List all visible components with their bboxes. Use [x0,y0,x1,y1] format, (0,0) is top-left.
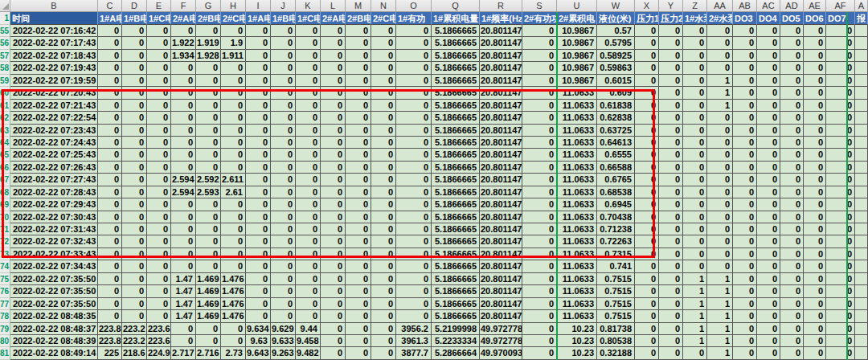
cell[interactable]: 0 [296,50,321,62]
cell[interactable]: 0 [733,37,757,49]
cell[interactable]: 0 [246,112,271,124]
cell[interactable]: 0 [757,186,780,198]
header-cell[interactable]: DO3 [733,12,757,25]
cell[interactable]: 0 [246,211,271,223]
cell[interactable]: 0 [171,211,196,223]
cell[interactable]: 0 [733,162,757,174]
cell[interactable]: 1.469 [196,285,221,297]
cell[interactable]: 0 [826,347,855,359]
cell[interactable]: 0 [635,100,659,112]
cell[interactable]: 0 [804,149,826,161]
cell[interactable]: 0 [757,198,780,211]
timestamp-cell[interactable]: 2022-02-22 08:48:35 [10,310,98,322]
cell[interactable]: 1.9 [221,37,246,49]
cell[interactable]: 0 [826,223,855,235]
cell[interactable]: 0 [396,62,432,74]
cell[interactable]: 0 [271,75,296,87]
cell[interactable]: 0 [522,273,557,285]
column-letter-J[interactable]: J [271,0,296,12]
cell[interactable]: 0 [346,75,371,87]
cell[interactable]: 0 [98,235,122,248]
cell[interactable]: 0 [122,235,147,248]
cell[interactable]: 0 [396,186,432,198]
cell[interactable]: 20.801147 [480,223,522,235]
column-letter-AC[interactable]: AC [757,0,780,12]
cell[interactable]: 0 [826,87,855,99]
cell[interactable]: 0 [147,285,171,297]
cell[interactable]: 0 [346,298,371,310]
cell[interactable]: 0 [296,198,321,211]
cell[interactable]: 9.63 [246,335,271,347]
cell[interactable]: 0 [296,223,321,235]
cell[interactable]: 0 [122,37,147,49]
cell[interactable] [855,285,868,297]
cell[interactable]: 20.801147 [480,100,522,112]
cell[interactable]: 0 [271,137,296,149]
cell[interactable]: 0 [659,298,683,310]
cell[interactable]: 2.716 [196,347,221,359]
row-number[interactable]: 66 [0,162,10,174]
column-letter-C[interactable]: C [98,0,122,12]
cell[interactable]: 5.1866665 [432,87,480,99]
cell[interactable]: 0 [683,174,707,186]
cell[interactable]: 0 [733,149,757,161]
cell[interactable]: 0.70438 [597,211,635,223]
cell[interactable]: 0 [757,50,780,62]
cell[interactable]: 0 [147,100,171,112]
column-letter-Q[interactable]: Q [432,0,480,12]
cell[interactable]: 0 [271,298,296,310]
cell[interactable] [855,298,868,310]
cell[interactable]: 0 [733,112,757,124]
cell[interactable]: 0 [196,137,221,149]
cell[interactable]: 0 [659,323,683,335]
cell[interactable]: 0 [659,174,683,186]
cell[interactable]: 0 [246,149,271,161]
cell[interactable]: 0 [346,37,371,49]
cell[interactable]: 0 [371,298,396,310]
cell[interactable]: 0 [147,162,171,174]
cell[interactable]: 0 [98,100,122,112]
cell[interactable]: 0.68538 [597,186,635,198]
cell[interactable]: 0 [707,112,733,124]
cell[interactable]: 0 [804,137,826,149]
cell[interactable]: 0 [522,260,557,272]
cell[interactable]: 0 [196,75,221,87]
cell[interactable]: 0 [780,323,804,335]
cell[interactable]: 0 [826,323,855,335]
cell[interactable]: 0 [659,112,683,124]
cell[interactable]: 0 [396,310,432,322]
cell[interactable]: 0 [780,211,804,223]
cell[interactable]: 0 [683,75,707,87]
cell[interactable]: 0 [147,310,171,322]
cell[interactable]: 0 [780,223,804,235]
cell[interactable] [855,25,868,37]
cell[interactable]: 0 [321,50,346,62]
header-cell[interactable]: 压力1 [635,12,659,25]
timestamp-cell[interactable]: 2022-02-22 07:23:43 [10,125,98,137]
cell[interactable]: 0 [321,62,346,74]
cell[interactable]: 0 [296,235,321,248]
cell[interactable]: 0 [635,186,659,198]
cell[interactable]: 0 [683,87,707,99]
cell[interactable]: 0 [826,75,855,87]
cell[interactable]: 0 [371,211,396,223]
cell[interactable]: 0.62838 [597,112,635,124]
cell[interactable]: 0 [246,125,271,137]
cell[interactable]: 0 [635,223,659,235]
cell[interactable]: 0 [147,186,171,198]
cell[interactable]: 0 [780,273,804,285]
cell[interactable]: 0 [683,162,707,174]
cell[interactable]: 0 [122,273,147,285]
cell[interactable]: 0 [826,162,855,174]
cell[interactable]: 0 [659,75,683,87]
cell[interactable]: 5.1866665 [432,25,480,37]
cell[interactable]: 0 [147,174,171,186]
cell[interactable]: 0 [321,37,346,49]
cell[interactable]: 0 [246,87,271,99]
cell[interactable]: 0 [122,125,147,137]
cell[interactable]: 0 [98,162,122,174]
cell[interactable] [855,75,868,87]
cell[interactable]: 0 [371,260,396,272]
cell[interactable]: 0 [122,174,147,186]
cell[interactable]: 0 [147,137,171,149]
